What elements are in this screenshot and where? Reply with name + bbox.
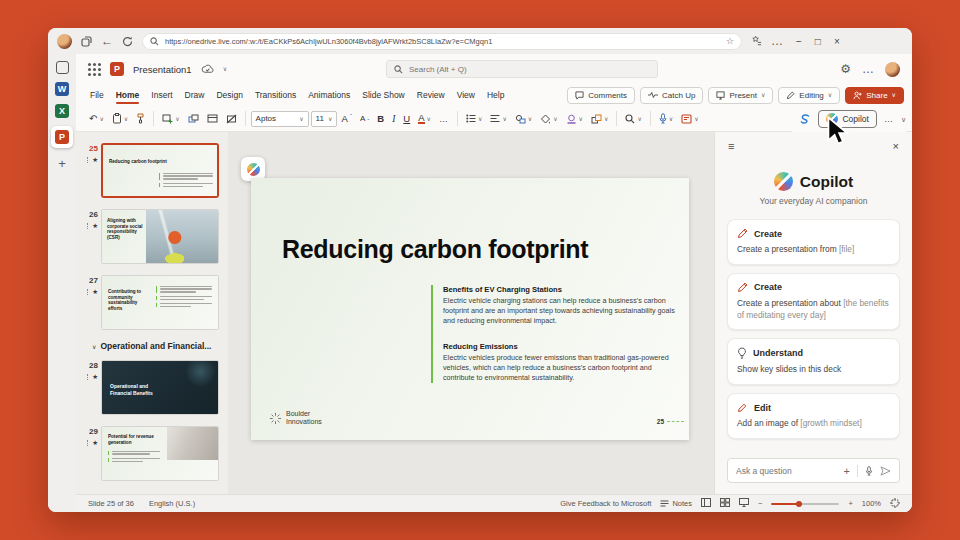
slide-layout-button[interactable]: [204, 111, 221, 126]
duplicate-slide-button[interactable]: [185, 111, 202, 127]
italic-button[interactable]: I: [389, 111, 398, 127]
paste-button[interactable]: ∨: [109, 110, 131, 127]
menu-slide-show[interactable]: Slide Show: [356, 86, 411, 104]
thumbnail-slide-25[interactable]: 25★ Reducing carbon footprint: [80, 143, 228, 198]
zoom-level-label[interactable]: 100%: [862, 499, 881, 508]
header-more-icon[interactable]: …: [862, 63, 874, 75]
thumbnail-slide-27[interactable]: 27★ Contributing to community sustainabi…: [80, 275, 228, 330]
zoom-slider[interactable]: [771, 503, 839, 505]
menu-home[interactable]: Home: [110, 86, 146, 104]
favorites-icon[interactable]: [751, 36, 762, 47]
thumbnail-image[interactable]: Contributing to community sustainability…: [101, 275, 219, 330]
bold-button[interactable]: B: [374, 110, 387, 127]
shape-outline-button[interactable]: ∨: [563, 111, 586, 127]
thumbnail-image[interactable]: Operational and Financial Benefits: [101, 360, 219, 415]
menu-design[interactable]: Design: [210, 86, 248, 104]
fit-slide-button[interactable]: [890, 498, 900, 510]
notes-button[interactable]: Notes: [660, 499, 692, 508]
editing-button[interactable]: Editing∨: [778, 87, 840, 104]
voice-input-icon[interactable]: [865, 466, 873, 476]
minimize-button[interactable]: −: [796, 36, 802, 47]
copilot-card-edit[interactable]: Edit Add an image of [growth mindset]: [727, 393, 900, 439]
copilot-card-create-from[interactable]: Create Create a presentation from [file]: [727, 219, 900, 265]
back-button[interactable]: ←: [101, 35, 113, 47]
menu-transitions[interactable]: Transitions: [249, 86, 302, 104]
menu-review[interactable]: Review: [411, 86, 451, 104]
slide-sorter-button[interactable]: [720, 498, 730, 509]
designer-icon[interactable]: [796, 110, 814, 128]
editing-canvas[interactable]: Reducing carbon footprint Benefits of EV…: [228, 132, 714, 494]
align-button[interactable]: ∨: [487, 111, 509, 126]
find-button[interactable]: ∨: [622, 111, 644, 127]
document-title[interactable]: Presentation1: [133, 64, 192, 75]
copilot-card-create-about[interactable]: Create Create a presentation about [the …: [727, 273, 900, 331]
shapes-button[interactable]: ∨: [512, 111, 535, 127]
settings-gear-icon[interactable]: ⚙: [840, 63, 851, 75]
slide-text-blocks[interactable]: Benefits of EV Charging Stations Electri…: [431, 285, 681, 383]
comments-button[interactable]: Comments: [567, 87, 635, 104]
ribbon-collapse-icon[interactable]: ∨: [901, 116, 906, 123]
word-tab[interactable]: W: [55, 82, 69, 96]
new-slide-button[interactable]: ∨: [159, 111, 182, 127]
menu-insert[interactable]: Insert: [145, 86, 178, 104]
copilot-card-understand[interactable]: Understand Show key slides in this deck: [727, 338, 900, 385]
text-block[interactable]: Benefits of EV Charging Stations Electri…: [443, 285, 681, 326]
zoom-out-button[interactable]: −: [758, 499, 762, 508]
refresh-button[interactable]: [122, 36, 133, 47]
panel-close-icon[interactable]: ×: [893, 140, 899, 152]
user-avatar[interactable]: [885, 62, 900, 77]
excel-tab[interactable]: X: [55, 104, 69, 118]
font-name-select[interactable]: Aptos∨: [251, 111, 309, 127]
menu-animations[interactable]: Animations: [302, 86, 356, 104]
browser-menu-icon[interactable]: …: [771, 35, 783, 47]
chevron-down-icon[interactable]: ∨: [223, 66, 227, 72]
grow-font-button[interactable]: Aˆ: [339, 110, 355, 127]
ask-question-input[interactable]: [736, 466, 837, 476]
section-collapse-icon[interactable]: ∨: [92, 343, 96, 350]
address-bar[interactable]: https://onedrive.live.com/:w:/t/EaCKkPs6…: [142, 33, 742, 50]
menu-view[interactable]: View: [451, 86, 481, 104]
section-header[interactable]: ∨ Operational and Financial...: [92, 341, 228, 351]
thumbnail-image[interactable]: Reducing carbon footprint: [101, 143, 219, 198]
menu-help[interactable]: Help: [481, 86, 510, 104]
shape-fill-button[interactable]: ∨: [537, 111, 560, 127]
feedback-link[interactable]: Give Feedback to Microsoft: [560, 499, 651, 508]
text-block[interactable]: Reducing Emissions Electric vehicles pro…: [443, 342, 681, 383]
new-tab-button[interactable]: +: [58, 156, 66, 171]
zoom-in-button[interactable]: +: [848, 499, 852, 508]
design-ideas-button[interactable]: ∨: [678, 111, 701, 127]
language-label[interactable]: English (U.S.): [149, 499, 195, 508]
slideshow-view-button[interactable]: [739, 498, 749, 509]
underline-button[interactable]: U: [400, 110, 413, 127]
hide-slide-button[interactable]: [223, 111, 240, 127]
thumbnail-slide-29[interactable]: 29★ Potential for revenue generation: [80, 426, 228, 481]
workspaces-icon[interactable]: [81, 36, 92, 47]
bullets-button[interactable]: ∨: [463, 111, 485, 126]
tab-icon[interactable]: [56, 61, 69, 74]
ribbon-more-button[interactable]: …: [881, 111, 897, 127]
close-button[interactable]: ×: [834, 36, 840, 47]
font-size-select[interactable]: 11∨: [311, 111, 337, 127]
add-attachment-icon[interactable]: +: [844, 465, 850, 477]
search-input[interactable]: [409, 65, 650, 74]
powerpoint-tab-active[interactable]: P: [51, 126, 73, 148]
present-button[interactable]: Present∨: [708, 87, 773, 104]
undo-button[interactable]: ↶∨: [86, 110, 107, 127]
slide-title[interactable]: Reducing carbon footprint: [282, 235, 588, 264]
format-painter-button[interactable]: [133, 110, 148, 127]
slide-count-label[interactable]: Slide 25 of 36: [88, 499, 134, 508]
menu-file[interactable]: File: [84, 86, 110, 104]
send-icon[interactable]: [880, 466, 891, 476]
bookmark-icon[interactable]: ☆: [726, 36, 734, 46]
app-launcher-icon[interactable]: [88, 63, 101, 76]
normal-view-button[interactable]: [701, 498, 711, 509]
search-box[interactable]: [386, 60, 658, 78]
font-color-button[interactable]: A∨: [415, 110, 434, 128]
arrange-button[interactable]: ∨: [588, 111, 611, 127]
menu-draw[interactable]: Draw: [179, 86, 211, 104]
thumbnail-image[interactable]: Aligning with corporate social responsib…: [101, 209, 219, 264]
catch-up-button[interactable]: Catch Up: [640, 87, 703, 104]
copilot-question-box[interactable]: +: [727, 458, 900, 483]
share-button[interactable]: Share∨: [845, 87, 904, 104]
thumbnail-slide-26[interactable]: 26★ Aligning with corporate social respo…: [80, 209, 228, 264]
